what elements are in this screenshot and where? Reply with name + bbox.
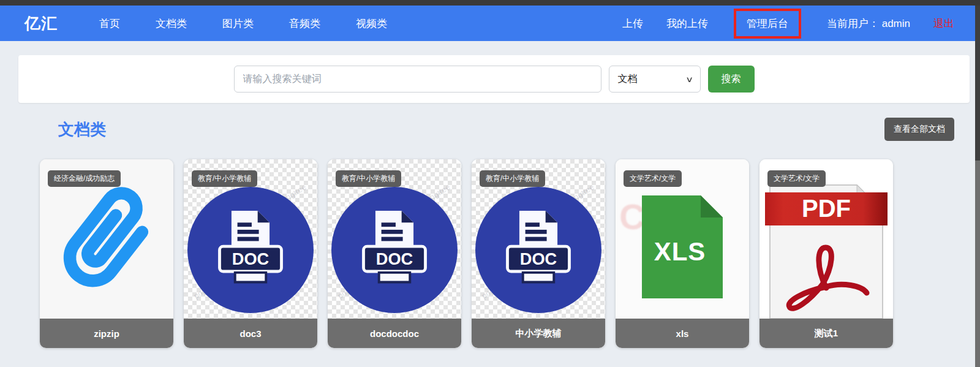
doc-label: DOC [232, 249, 269, 268]
doc-file-icon: DOC [331, 187, 458, 313]
navbar: 亿汇 首页 文档类 图片类 音频类 视频类 上传 我的上传 管理后台 当前用户：… [0, 6, 980, 41]
category-badge: 文学艺术/文学 [767, 170, 826, 187]
search-panel: 文档 ∨ 搜索 [18, 55, 970, 103]
document-card-textbook[interactable]: 教育/中小学教辅 pngtree pngtree DOC 中小学教辅 [472, 159, 605, 348]
card-thumbnail: 文学艺术/文学 CAFP XLS [616, 159, 749, 319]
card-thumbnail: 经济金融/成功励志 [40, 159, 173, 319]
nav-admin-backend[interactable]: 管理后台 [747, 18, 788, 29]
nav-right: 上传 我的上传 管理后台 当前用户： admin 退出 [622, 9, 954, 39]
scrollbar[interactable] [975, 0, 980, 367]
doc-label: DOC [376, 249, 413, 268]
nav-upload[interactable]: 上传 [622, 17, 643, 31]
section-header: 文档类 查看全部文档 [58, 118, 954, 141]
card-thumbnail: 教育/中小学教辅 pngtree pngtree DOC [184, 159, 317, 319]
category-badge: 文学艺术/文学 [624, 170, 682, 187]
chevron-down-icon: ∨ [685, 75, 693, 84]
card-title: docdocdoc [328, 319, 461, 348]
admin-highlight-box: 管理后台 [734, 9, 801, 39]
current-user-label: 当前用户： admin [827, 17, 910, 31]
category-badge: 教育/中小学教辅 [480, 170, 545, 187]
document-card-doc3[interactable]: 教育/中小学教辅 pngtree pngtree DOC doc3 [184, 159, 317, 348]
nav-home[interactable]: 首页 [99, 17, 120, 31]
pdf-label: PDF [802, 195, 851, 222]
view-all-documents-button[interactable]: 查看全部文档 [884, 118, 954, 141]
main-nav: 首页 文档类 图片类 音频类 视频类 [99, 17, 387, 31]
scrollbar-thumb[interactable] [975, 6, 980, 161]
card-thumbnail: 教育/中小学教辅 pngtree pngtree DOC [328, 159, 461, 319]
search-input[interactable] [234, 66, 601, 93]
nav-logout[interactable]: 退出 [933, 17, 954, 31]
section-title: 文档类 [58, 119, 106, 140]
card-title: zipzip [40, 319, 173, 348]
card-thumbnail: 文学艺术/文学 PDF [760, 159, 893, 319]
document-card-pdf-test1[interactable]: 文学艺术/文学 PDF [760, 159, 893, 348]
window-top-edge [0, 0, 980, 6]
doc-label: DOC [520, 249, 557, 268]
xls-file-icon: XLS [642, 195, 723, 298]
category-badge: 经济金融/成功励志 [48, 170, 121, 187]
card-title: xls [616, 319, 749, 348]
card-title: doc3 [184, 319, 317, 348]
nav-my-uploads[interactable]: 我的上传 [666, 17, 708, 31]
document-card-xls[interactable]: 文学艺术/文学 CAFP XLS xls [616, 159, 749, 348]
search-button[interactable]: 搜索 [708, 66, 755, 93]
nav-documents[interactable]: 文档类 [156, 17, 187, 31]
card-title: 中小学教辅 [472, 319, 605, 348]
category-selected-value: 文档 [618, 73, 638, 86]
document-card-zipzip[interactable]: 经济金融/成功励志 zipzip [40, 159, 173, 348]
document-card-list: 经济金融/成功励志 zipzip 教育/中小学教辅 pngtree pngtre… [40, 159, 980, 348]
category-select[interactable]: 文档 ∨ [609, 66, 701, 93]
category-badge: 教育/中小学教辅 [336, 170, 401, 187]
document-card-docdocdoc[interactable]: 教育/中小学教辅 pngtree pngtree DOC docdocdoc [328, 159, 461, 348]
nav-images[interactable]: 图片类 [222, 17, 254, 31]
doc-file-icon: DOC [187, 187, 314, 313]
nav-video[interactable]: 视频类 [356, 17, 387, 31]
nav-audio[interactable]: 音频类 [289, 17, 320, 31]
category-badge: 教育/中小学教辅 [192, 170, 257, 187]
site-logo[interactable]: 亿汇 [24, 13, 58, 34]
xls-label: XLS [654, 237, 706, 266]
card-thumbnail: 教育/中小学教辅 pngtree pngtree DOC [472, 159, 605, 319]
card-title: 测试1 [760, 319, 893, 348]
doc-file-icon: DOC [475, 187, 601, 313]
